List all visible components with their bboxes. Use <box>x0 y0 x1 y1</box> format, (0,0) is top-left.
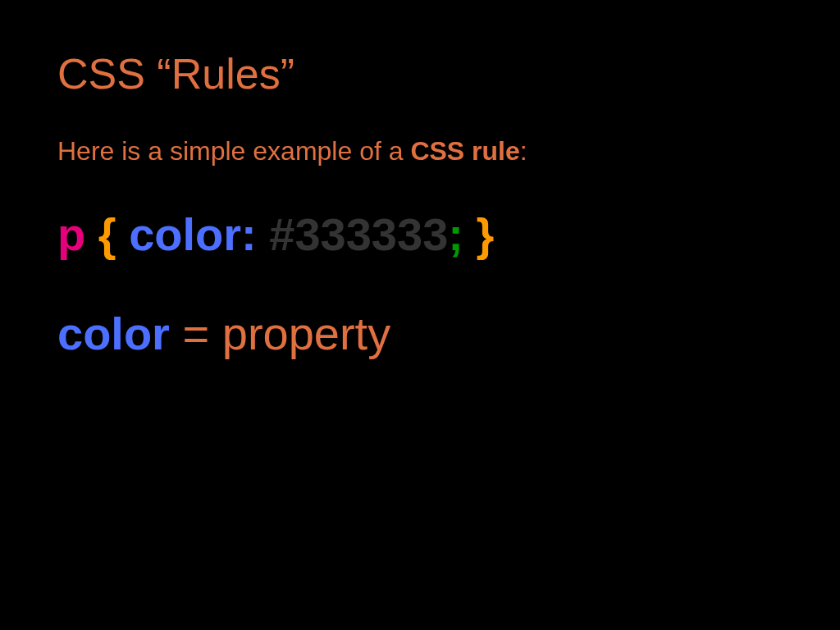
intro-suffix: : <box>520 136 527 166</box>
intro-bold: CSS rule <box>410 136 519 166</box>
code-brace-close: } <box>477 208 495 260</box>
explain-property: color <box>57 308 170 359</box>
code-property: color: <box>129 208 257 260</box>
intro-prefix: Here is a simple example of a <box>57 136 410 166</box>
code-example: p { color: #333333; } <box>57 208 783 261</box>
code-brace-open: { <box>98 208 116 260</box>
explain-rest: = property <box>170 308 390 359</box>
code-semicolon: ; <box>448 208 463 260</box>
slide-title: CSS “Rules” <box>57 49 783 98</box>
slide: CSS “Rules” Here is a simple example of … <box>0 0 840 630</box>
intro-text: Here is a simple example of a CSS rule: <box>57 136 783 167</box>
explanation: color = property <box>57 307 783 360</box>
code-value: #333333 <box>269 208 448 260</box>
code-selector: p <box>57 208 85 260</box>
